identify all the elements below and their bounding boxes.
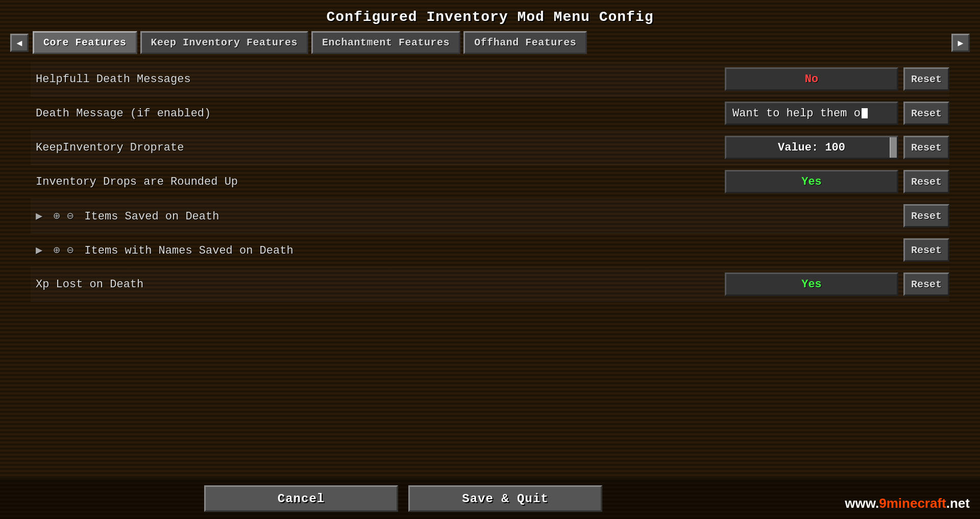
reset-button-droprate[interactable]: Reset (903, 136, 949, 159)
setting-label-items-saved: ▶ ⊕ ⊖ Items Saved on Death (31, 209, 725, 223)
tab-keep-inventory[interactable]: Keep Inventory Features (140, 31, 309, 54)
chevron-right-icon: ▶ (958, 37, 964, 48)
chevron-left-icon: ◀ (17, 37, 22, 48)
tab-enchantment[interactable]: Enchantment Features (311, 31, 460, 54)
setting-value-death-messages[interactable]: No (725, 67, 898, 91)
tab-core-features[interactable]: Core Features (33, 31, 137, 54)
setting-label-death-messages: Helpfull Death Messages (31, 73, 725, 86)
setting-row-xp-lost: Xp Lost on Death Yes Reset (31, 267, 949, 302)
text-cursor (862, 108, 868, 118)
setting-value-rounded-up[interactable]: Yes (725, 170, 898, 193)
setting-row-rounded-up: Inventory Drops are Rounded Up Yes Reset (31, 165, 949, 199)
tabs-container: Core Features Keep Inventory Features En… (33, 31, 947, 54)
tab-arrow-right[interactable]: ▶ (951, 34, 970, 52)
setting-row-death-messages: Helpfull Death Messages No Reset (31, 62, 949, 96)
slider-handle[interactable] (890, 137, 897, 158)
setting-value-xp-lost[interactable]: Yes (725, 273, 898, 296)
setting-label-named-items-saved: ▶ ⊕ ⊖ Items with Names Saved on Death (31, 243, 725, 257)
watermark: www.9minecraft.net (845, 496, 970, 511)
setting-label-xp-lost: Xp Lost on Death (31, 278, 725, 291)
setting-row-droprate: KeepInventory Droprate Value: 100 Reset (31, 131, 949, 165)
setting-label-death-message-text: Death Message (if enabled) (31, 107, 725, 120)
setting-value-droprate[interactable]: Value: 100 (725, 136, 898, 159)
radio-icons-named-items-saved: ⊕ ⊖ (53, 244, 80, 257)
expand-icon-items-saved: ▶ (36, 210, 49, 223)
reset-button-death-message-text[interactable]: Reset (903, 102, 949, 125)
reset-button-death-messages[interactable]: Reset (903, 67, 949, 91)
tab-offhand[interactable]: Offhand Features (463, 31, 587, 54)
reset-button-items-saved[interactable]: Reset (903, 204, 949, 228)
setting-row-named-items-saved: ▶ ⊕ ⊖ Items with Names Saved on Death Re… (31, 233, 949, 267)
cancel-button[interactable]: Cancel (204, 485, 398, 512)
bottom-bar: Cancel Save & Quit www.9minecraft.net (0, 478, 980, 519)
setting-label-droprate: KeepInventory Droprate (31, 141, 725, 154)
radio-icons-items-saved: ⊕ ⊖ (53, 210, 80, 223)
save-quit-button[interactable]: Save & Quit (408, 485, 602, 512)
tab-arrow-left[interactable]: ◀ (10, 34, 29, 52)
expand-icon-named-items-saved: ▶ (36, 244, 49, 257)
setting-value-death-message-text[interactable]: Want to help them o (725, 102, 898, 125)
settings-list: Helpfull Death Messages No Reset Death M… (0, 62, 980, 302)
reset-button-rounded-up[interactable]: Reset (903, 170, 949, 193)
setting-row-items-saved: ▶ ⊕ ⊖ Items Saved on Death Reset (31, 199, 949, 233)
reset-button-named-items-saved[interactable]: Reset (903, 238, 949, 262)
setting-row-death-message-text: Death Message (if enabled) Want to help … (31, 96, 949, 131)
setting-label-rounded-up: Inventory Drops are Rounded Up (31, 176, 725, 188)
reset-button-xp-lost[interactable]: Reset (903, 273, 949, 296)
page-title: Configured Inventory Mod Menu Config (0, 0, 980, 31)
tab-bar: ◀ Core Features Keep Inventory Features … (0, 31, 980, 54)
